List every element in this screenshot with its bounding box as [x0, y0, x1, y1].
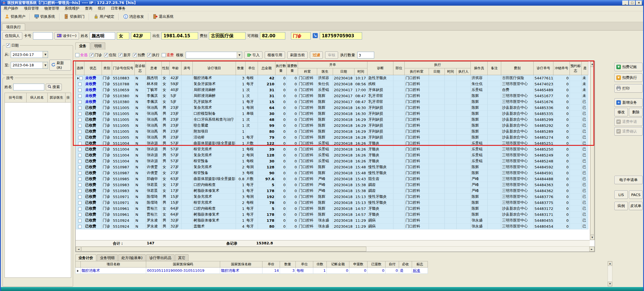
case-button[interactable]: 病例	[614, 202, 628, 210]
col-header-order-doctor[interactable]: 医生	[317, 68, 333, 75]
row-checkbox[interactable]	[78, 201, 82, 205]
row-checkbox[interactable]	[78, 130, 82, 133]
table-row[interactable]: 未收费门诊5510883N颜杰明女42岁髓腔消毒术3每根4200门口腔科洪筑容2…	[76, 75, 588, 81]
chevron-down-icon[interactable]	[43, 62, 48, 68]
col-header-exec-date[interactable]: 日期	[429, 68, 445, 75]
table-row[interactable]: 已收费门诊5511005N张治禹男23岁全口牙病系统检查与治疗1次4800门口腔…	[76, 117, 588, 123]
row-select-cell[interactable]	[76, 152, 84, 158]
row-select-cell[interactable]	[76, 218, 84, 223]
col-header-fee-type[interactable]: 费别	[501, 62, 534, 75]
row-checkbox[interactable]	[78, 148, 82, 151]
row-checkbox[interactable]	[78, 136, 82, 139]
col-header-reverse-no[interactable]: 冲销单号	[553, 62, 570, 75]
col-header-refund-qty[interactable]: 退费数量	[287, 62, 298, 75]
row-checkbox[interactable]	[78, 160, 82, 163]
row-select-cell[interactable]	[76, 146, 84, 152]
row-checkbox[interactable]	[78, 166, 82, 169]
col-header-order-group[interactable]: 开单	[298, 62, 367, 68]
col-header-part[interactable]: 部位	[393, 62, 405, 75]
row-select-cell[interactable]	[76, 182, 84, 188]
table-row[interactable]: 未收费门诊5510788N林木煌女59岁复杂牙拔除术1每牙21000门口腔科朱仕…	[76, 81, 588, 87]
col-header-exec-time[interactable]: 时间	[445, 68, 457, 75]
row-select-cell[interactable]	[76, 164, 84, 170]
row-checkbox[interactable]	[78, 154, 82, 157]
row-checkbox[interactable]	[78, 177, 82, 181]
col-header-visit-no[interactable]: 门诊号住院号	[112, 62, 135, 75]
table-row[interactable]: 未收费门诊5510380N李佩淇女5岁局部浸润麻醉1次3100门口腔科陈辉202…	[76, 93, 588, 99]
menu-user-ops[interactable]: 用户操作	[1, 6, 21, 11]
template-select[interactable]	[186, 52, 242, 58]
row-checkbox[interactable]	[78, 118, 82, 121]
e-request-button[interactable]: 电子申请单	[614, 176, 643, 184]
row-select-cell[interactable]	[76, 170, 84, 176]
row-checkbox[interactable]	[78, 82, 82, 86]
tab-prescription[interactable]: 处方(输液单)	[118, 254, 146, 261]
minimize-button[interactable]	[622, 1, 628, 5]
messages-button[interactable]: 消息收发	[121, 13, 146, 20]
template-ref-button[interactable]: 模板引用	[265, 51, 285, 59]
inpatient-button[interactable]: 住院病人	[3, 32, 22, 40]
col-header-order-time[interactable]: 时间	[354, 68, 367, 75]
scroll-down-icon[interactable]	[590, 235, 594, 240]
col-header-qty[interactable]: 数量	[280, 261, 296, 268]
row-select-cell[interactable]	[76, 206, 84, 212]
table-row[interactable]: 髓腔消毒术003105110190000-310511019髓腔消毒术143每根…	[76, 268, 428, 274]
row-checkbox[interactable]	[78, 207, 82, 210]
print-button[interactable]: 打印	[614, 84, 643, 93]
col-header-diagnosis[interactable]: 诊断	[367, 62, 393, 75]
row-checkbox[interactable]	[78, 171, 82, 175]
read-card-button[interactable]: 读卡(一)	[54, 32, 79, 40]
row-select-cell[interactable]	[76, 129, 84, 134]
col-header-mandatory[interactable]: 必收	[399, 261, 412, 268]
menu-material-mgmt[interactable]: 物资管理	[41, 6, 62, 11]
col-header-age[interactable]: 年龄	[170, 62, 181, 75]
close-button[interactable]	[636, 1, 642, 5]
row-checkbox[interactable]	[78, 124, 82, 127]
row-select-cell[interactable]	[76, 99, 84, 105]
import-button[interactable]: 引入	[244, 51, 262, 59]
col-header-exec-group[interactable]: 执行	[405, 62, 471, 68]
switch-user-button[interactable]: 切换用户	[3, 13, 28, 20]
row-select-cell[interactable]	[76, 200, 84, 206]
menu-system-maint[interactable]: 系统维护	[62, 6, 82, 11]
search-name-input[interactable]	[13, 84, 44, 90]
table-row[interactable]: 已收费门诊5510987N许倩雯女27岁根管预备3每根9000门口腔科陈辉202…	[76, 170, 588, 176]
table-row[interactable]: 已收费门诊5510971N陈儒琦男15岁根管充填术2每根7800门口腔科陈辉20…	[76, 200, 588, 206]
exit-system-button[interactable]: 退出系统	[151, 13, 176, 20]
col-header-unit[interactable]: 单位	[246, 62, 258, 75]
register-table-body[interactable]	[5, 103, 71, 278]
table-row[interactable]: 未收费门诊5510380N李佩淇女5岁乳牙拔除术1每牙1500门口腔科陈辉202…	[76, 99, 588, 105]
date-checkbox[interactable]	[6, 44, 10, 47]
table-row[interactable]: 已收费门诊5510985N郑确华女63岁曲面体层摄影(颌全景摄影)0.8片数97…	[76, 176, 588, 182]
switch-dept-button[interactable]: 切换部门	[62, 13, 87, 20]
select-all-checkbox[interactable]: 全选	[75, 53, 87, 58]
menu-project-mgmt[interactable]: 项目管理	[21, 6, 41, 11]
exec-qty-input[interactable]	[357, 52, 374, 58]
col-header-insurance-code[interactable]: 国家医保编码	[146, 261, 220, 268]
row-select-cell[interactable]	[76, 134, 84, 140]
col-header-reg-date[interactable]: 挂号日期	[5, 93, 27, 103]
col-header-remark[interactable]: 备注	[488, 62, 501, 75]
row-select-cell[interactable]	[76, 123, 84, 129]
row-checkbox[interactable]	[78, 183, 82, 187]
row-select-cell[interactable]	[76, 87, 84, 93]
table-row[interactable]: 已收费门诊5511005N张治禹男23岁咬合重建1次9900门口腔科陈辉2023…	[76, 123, 588, 129]
row-checkbox[interactable]	[78, 195, 82, 199]
tab-carryout-drugs[interactable]: 诊疗带出药品	[146, 254, 174, 261]
new-open-checkbox[interactable]: 新开	[119, 53, 131, 58]
inpatient-checkbox[interactable]: 住院	[104, 53, 116, 58]
scroll-down-icon[interactable]	[608, 282, 612, 286]
col-header-flag[interactable]: 标志	[412, 261, 428, 268]
grid-vertical-scrollbar[interactable]	[590, 61, 595, 240]
row-select-cell[interactable]	[76, 75, 84, 81]
col-header-multiple[interactable]: 倍数	[313, 261, 327, 268]
row-checkbox[interactable]	[79, 77, 83, 80]
lis-button[interactable]: LIS	[614, 190, 628, 199]
modify-button[interactable]: 修改	[614, 108, 628, 116]
table-row[interactable]: 已收费门诊5510924N罗永凌男32岁树脂嵌体修复术1每牙17800门口腔科张…	[76, 218, 588, 223]
table-row[interactable]: 已收费门诊5510983N张若晨女17岁树脂嵌体修复术1每牙17800门口腔科严…	[76, 188, 588, 194]
row-select-cell[interactable]	[76, 194, 84, 200]
scroll-up-icon[interactable]	[590, 62, 594, 66]
audit-button[interactable]: 审核	[325, 51, 338, 59]
refund-checkbox[interactable]: 退费	[162, 53, 174, 58]
